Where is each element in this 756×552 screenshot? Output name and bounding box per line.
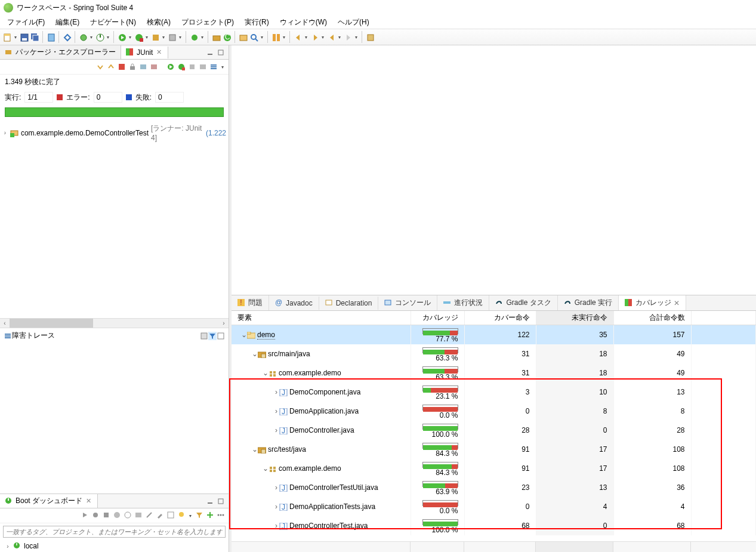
edit-icon[interactable] [156,511,164,519]
expand-icon[interactable]: ⌄ [263,369,269,377]
coverage-run-icon[interactable] [134,33,143,41]
coverage-row[interactable]: ›JDemoController.java 100.0 %28028 [232,421,756,440]
coverage-row[interactable]: ›JDemoApplicationTests.java 0.0 %044 [232,497,756,516]
ant-dropdown[interactable]: ▾ [178,32,183,42]
new-package-icon[interactable] [212,33,220,41]
menu-project[interactable]: プロジェクト(P) [177,16,239,29]
menu-run[interactable]: 実行(R) [240,16,274,29]
expand-icon[interactable]: ⌄ [252,350,258,358]
open-type-icon[interactable] [239,33,247,41]
tab-gradle-exec[interactable]: Gradle 実行 [558,295,619,310]
pin-icon[interactable] [366,33,374,41]
rerun-fail-icon[interactable] [150,63,158,71]
compare-icon[interactable] [200,332,208,340]
expand-icon[interactable]: ⌄ [252,445,258,454]
forward-dropdown[interactable]: ▾ [354,32,359,42]
run-icon[interactable] [118,33,126,41]
new-class-icon[interactable]: C [223,33,231,41]
expand-icon[interactable]: ⌄ [263,464,269,473]
view-menu-icon[interactable] [209,63,218,71]
tab-coverage-close-icon[interactable]: ✕ [674,299,680,307]
col-element[interactable]: 要素 [232,311,411,325]
open-browser-icon[interactable] [124,511,132,519]
test-suite-row[interactable]: › com.example.demo.DemoControllerTest [ラ… [0,123,229,143]
tab-gradle-tasks[interactable]: Gradle タスク [489,295,557,310]
tab-boot-close-icon[interactable]: ✕ [85,497,92,505]
tab-junit-close-icon[interactable]: ✕ [155,48,163,56]
menu-search[interactable]: 検索(A) [142,16,175,29]
stop-icon[interactable] [188,63,196,71]
link-icon[interactable] [63,33,71,41]
open-config-icon[interactable] [113,511,121,519]
coverage-row[interactable]: ⌄com.example.demo 63.3 %311849 [232,363,756,383]
minimize-icon[interactable] [206,497,214,505]
stop-icon[interactable] [102,511,110,519]
open-test-log-icon[interactable] [217,332,225,340]
relaunch-icon[interactable] [166,63,175,71]
scroll-right-icon[interactable]: › [219,319,229,328]
coverage-row[interactable]: ›JDemoControllerTest.java 100.0 %68068 [232,516,756,535]
tab-javadoc[interactable]: @Javadoc [269,297,319,310]
ant-icon[interactable] [168,33,176,41]
junit-tree[interactable]: › com.example.demo.DemoControllerTest [ラ… [0,119,229,318]
scroll-lock-icon[interactable] [128,63,137,71]
prev-edit-icon[interactable] [294,33,302,41]
tab-progress[interactable]: 進行状況 [437,295,489,310]
new-java-icon[interactable] [190,33,198,41]
expand-icon[interactable]: › [273,426,279,434]
save-all-icon[interactable] [30,33,39,41]
new-java-dropdown[interactable]: ▾ [200,32,205,42]
coverage-row[interactable]: ⌄demo 77.7 %12235157 [232,325,756,345]
tab-problems[interactable]: !問題 [232,295,269,310]
history-icon[interactable] [199,63,207,71]
col-coverage[interactable]: カバレッジ [411,311,464,325]
bulb-dropdown[interactable]: ▾ [188,511,193,520]
search-dropdown[interactable]: ▾ [260,32,264,42]
coverage-row[interactable]: ⌄com.example.demo 84.3 %9117108 [232,459,756,478]
next-edit-dropdown[interactable]: ▾ [320,32,325,42]
coverage-table[interactable]: 要素 カバレッジ カバー命令 未実行命令 合計命令数 ⌄demo 77.7 %1… [232,311,756,535]
view-menu-dropdown[interactable]: ▾ [220,62,225,72]
col-total[interactable]: 合計命令数 [613,311,691,325]
coverage-run-dropdown[interactable]: ▾ [144,32,149,42]
run-dropdown[interactable]: ▾ [128,32,132,42]
filter-icon[interactable] [195,511,203,519]
menu-edit[interactable]: 編集(E) [51,16,84,29]
coverage-row[interactable]: ⌄src/main/java 63.3 %311849 [232,344,756,363]
boot-local-row[interactable]: › local [0,540,229,552]
maximize-icon[interactable] [217,48,225,57]
tab-console[interactable]: コンソール [378,295,437,310]
tab-coverage[interactable]: カバレッジ✕ [619,295,686,310]
boot-run-icon[interactable] [95,33,104,41]
rerun-icon[interactable] [139,63,147,71]
scroll-thumb[interactable] [10,319,93,328]
debug-icon[interactable] [91,511,100,519]
expand-icon[interactable]: › [273,483,279,492]
show-fail-only-icon[interactable] [118,63,126,71]
expand-icon[interactable]: › [5,543,11,550]
save-icon[interactable] [20,33,28,41]
forward-icon[interactable] [344,33,352,41]
expand-icon[interactable]: ⌄ [241,331,247,339]
tab-boot-dashboard[interactable]: Boot ダッシュボード ✕ [0,494,98,508]
toggle-mark-dropdown[interactable]: ▾ [282,32,286,42]
coverage-row[interactable]: ›JDemoControllerTestUtil.java 63.9 %2313… [232,478,756,497]
menu-icon[interactable] [217,511,225,519]
relaunch-fail-icon[interactable] [177,63,186,71]
boot-run-dropdown[interactable]: ▾ [106,32,110,42]
coverage-row[interactable]: ›JDemoApplication.java 0.0 %088 [232,402,756,421]
expand-icon[interactable]: › [273,522,279,530]
run-last-icon[interactable] [151,33,159,41]
props-icon[interactable] [166,511,175,519]
prev-edit-dropdown[interactable]: ▾ [304,32,308,42]
search-icon[interactable] [249,33,258,41]
scroll-left-icon[interactable]: ‹ [0,319,10,328]
next-edit-icon[interactable] [310,33,319,41]
expand-icon[interactable]: › [273,407,279,415]
coverage-row[interactable]: ⌄src/test/java 84.3 %9117108 [232,440,756,459]
hscroll[interactable]: ‹ › [0,318,229,328]
minimize-icon[interactable] [206,48,214,57]
tab-declaration[interactable]: Declaration [319,297,379,310]
col-covered[interactable]: カバー命令 [464,311,536,325]
coverage-row[interactable]: ›JDemoComponent.java 23.1 %31013 [232,383,756,402]
